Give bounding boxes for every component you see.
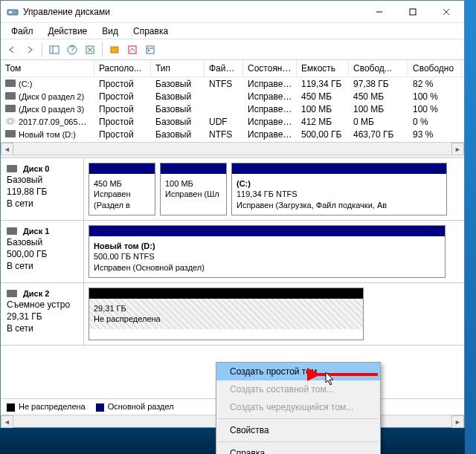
volume-row[interactable]: (Диск 0 раздел 2)ПростойБазовыйИсправен.… [1, 90, 464, 103]
menu-item[interactable]: Справка [216, 444, 380, 454]
partition-status: Исправен (Основной раздел) [94, 262, 440, 273]
disk-info[interactable]: Диск 2Съемное устро29,31 ГБВ сети [1, 283, 84, 345]
menu-file[interactable]: Файл [4, 24, 41, 39]
disk-status: В сети [7, 198, 77, 209]
volume-row[interactable]: (Диск 0 раздел 3)ПростойБазовыйИсправен.… [1, 103, 464, 115]
svg-rect-6 [50, 46, 59, 53]
disk-title: Диск 0 [23, 164, 49, 173]
menu-item[interactable]: Свойства [216, 421, 380, 439]
properties-button[interactable] [142, 42, 158, 58]
col-status[interactable]: Состояние [243, 60, 297, 77]
menu-help[interactable]: Справка [126, 24, 176, 39]
vol-capacity: 500,00 ГБ [297, 129, 349, 140]
hdd-icon [7, 165, 17, 172]
disk-info[interactable]: Диск 0Базовый119,88 ГБВ сети [1, 158, 84, 220]
hdd-icon [7, 290, 17, 297]
disk-size: 29,31 ГБ [7, 311, 77, 322]
scroll-left-arrow[interactable]: ◄ [1, 143, 13, 155]
partition[interactable]: 450 МБИсправен (Раздел в [89, 163, 155, 215]
vol-type: Базовый [151, 104, 205, 114]
disk-type: Съемное устро [7, 299, 77, 310]
disk-size: 500,00 ГБ [7, 249, 77, 259]
col-pct[interactable]: Свободно [408, 60, 462, 77]
menu-action[interactable]: Действие [41, 24, 95, 39]
nav-fwd-button[interactable] [22, 42, 38, 58]
partition[interactable]: Новый том (D:)500,00 ГБ NTFSИсправен (Ос… [89, 225, 446, 278]
scroll-left-arrow[interactable]: ◄ [1, 415, 13, 428]
maximize-button[interactable] [396, 1, 429, 22]
vol-capacity: 100 МБ [297, 104, 349, 114]
partition[interactable]: 100 МБИсправен (Шл [160, 163, 227, 215]
vol-pct: 0 % [408, 117, 462, 127]
partition-status: Исправен (Шл [165, 189, 222, 199]
partition-color-bar [89, 226, 445, 236]
menu-view[interactable]: Вид [94, 24, 126, 39]
partition-size: 29,31 ГБ [94, 303, 358, 314]
hdd-icon [7, 227, 17, 235]
taskbar-edge [465, 0, 476, 454]
legend-primary: Основной раздел [96, 402, 174, 412]
svg-rect-3 [410, 9, 416, 15]
menubar: Файл Действие Вид Справка [1, 23, 464, 39]
scroll-right-arrow[interactable]: ► [451, 415, 464, 428]
partition-color-bar [161, 163, 226, 174]
vol-type: Базовый [151, 129, 205, 140]
scroll-right-arrow[interactable]: ► [451, 143, 464, 155]
column-headers[interactable]: Том Располо... Тип Файл... Состояние Емк… [1, 60, 464, 77]
partition-status: Исправен (Раздел в [94, 189, 150, 210]
svg-rect-1 [9, 11, 12, 13]
help-button[interactable]: ? [64, 42, 80, 58]
vol-name: (Диск 0 раздел 2) [19, 92, 84, 101]
settings2-button[interactable] [124, 42, 141, 58]
hdd-icon [5, 105, 16, 112]
col-free[interactable]: Свобод... [349, 60, 408, 77]
disk-row: Диск 0Базовый119,88 ГБВ сети450 МБИсправ… [1, 158, 464, 221]
partition-color-bar [89, 163, 155, 174]
svg-text:?: ? [70, 45, 74, 53]
list-hscroll[interactable]: ◄ ► [1, 142, 464, 155]
partition-label: (C:) [237, 178, 442, 189]
partition-status: Исправен (Загрузка, Файл подкачки, Ав [237, 200, 442, 210]
view-panes-button[interactable] [46, 42, 62, 58]
col-vol[interactable]: Том [1, 60, 94, 77]
minimize-button[interactable] [362, 1, 396, 22]
disk-status: В сети [7, 261, 77, 271]
hdd-icon [5, 130, 16, 137]
nav-back-button[interactable] [4, 42, 20, 58]
vol-pct: 93 % [408, 129, 462, 140]
col-type[interactable]: Тип [151, 60, 205, 77]
window-title: Управление дисками [23, 7, 362, 17]
svg-point-15 [148, 49, 150, 51]
partition-size: 119,34 ГБ NTFS [237, 189, 442, 199]
col-layout[interactable]: Располо... [94, 60, 151, 77]
vol-type: Базовый [151, 117, 205, 127]
col-capacity[interactable]: Емкость [297, 60, 349, 77]
partition-unallocated[interactable]: 29,31 ГБНе распределена [89, 288, 364, 340]
vol-free: 100 МБ [349, 104, 408, 114]
vol-fs: UDF [205, 117, 243, 127]
refresh-button[interactable] [82, 42, 98, 58]
vol-pct: 82 % [408, 79, 462, 89]
partition-size: 500,00 ГБ NTFS [94, 251, 440, 262]
vol-layout: Простой [94, 91, 151, 102]
vol-type: Базовый [151, 91, 205, 102]
disk-info[interactable]: Диск 1Базовый500,00 ГБВ сети [1, 221, 84, 282]
col-fs[interactable]: Файл... [205, 60, 243, 77]
volume-row[interactable]: Новый том (D:)ПростойБазовыйNTFSИсправен… [1, 128, 464, 140]
vol-pct: 100 % [408, 91, 462, 102]
disk-status: В сети [7, 323, 77, 334]
vol-fs: NTFS [205, 79, 243, 89]
titlebar[interactable]: Управление дисками [1, 1, 464, 23]
vol-type: Базовый [151, 79, 205, 89]
vol-layout: Простой [94, 117, 151, 127]
settings1-button[interactable] [106, 42, 123, 58]
vol-name: (C:) [19, 80, 32, 88]
partition[interactable]: (C:)119,34 ГБ NTFSИсправен (Загрузка, Фа… [231, 163, 447, 215]
vol-fs: NTFS [205, 129, 243, 140]
vol-layout: Простой [94, 104, 151, 114]
volume-row[interactable]: 2017.07.09_0659 (E:)ПростойБазовыйUDFИсп… [1, 115, 464, 128]
volume-row[interactable]: (C:)ПростойБазовыйNTFSИсправен...119,34 … [1, 77, 464, 90]
vol-status: Исправен... [243, 129, 297, 140]
close-button[interactable] [429, 1, 463, 22]
vol-pct: 100 % [408, 104, 462, 114]
